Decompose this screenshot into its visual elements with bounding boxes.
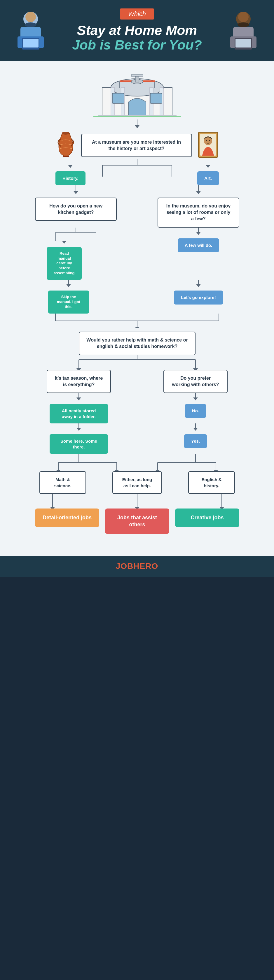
svg-point-34 bbox=[206, 140, 207, 141]
svg-rect-22 bbox=[150, 93, 162, 103]
svg-rect-27 bbox=[131, 75, 143, 76]
svg-marker-54 bbox=[114, 470, 119, 471]
question-1-box: At a museum are you more interested in t… bbox=[81, 134, 192, 158]
svg-rect-21 bbox=[112, 93, 124, 103]
q2-row: How do you open a new kitchen gadget? In… bbox=[35, 185, 239, 228]
q4-row: It's tax season, where is everything? Do… bbox=[41, 370, 234, 393]
final-branch-lines bbox=[41, 454, 234, 471]
svg-marker-61 bbox=[213, 470, 218, 471]
svg-marker-58 bbox=[56, 470, 61, 471]
flow-wrapper: At a museum are you more interested in t… bbox=[18, 61, 257, 544]
svg-marker-47 bbox=[193, 368, 198, 370]
svg-rect-28 bbox=[93, 116, 181, 116]
q4-answers1: All neatly stored away in a folder. No. bbox=[41, 393, 234, 423]
level3-answers: Skip the manual. I got this. Let's go ex… bbox=[35, 280, 239, 313]
answer-skip-manual: Skip the manual. I got this. bbox=[48, 291, 89, 313]
question-3-box: Would you rather help with math & scienc… bbox=[79, 332, 195, 355]
q1-row: At a museum are you more interested in t… bbox=[18, 132, 257, 159]
answer-yes: Yes. bbox=[184, 434, 207, 448]
character-right bbox=[221, 9, 265, 52]
question-2-left: How do you open a new kitchen gadget? bbox=[35, 197, 117, 221]
result-boxes-row: Detail-oriented jobs Jobs that assist ot… bbox=[35, 509, 239, 534]
answer-art: Art. bbox=[197, 171, 219, 185]
svg-marker-67 bbox=[220, 507, 224, 509]
svg-rect-11 bbox=[236, 39, 251, 48]
footer-logo: JOBHERO bbox=[6, 562, 268, 571]
answer-few: A few will do. bbox=[178, 239, 219, 252]
portrait-decoration bbox=[198, 132, 218, 159]
svg-point-35 bbox=[209, 140, 210, 141]
svg-marker-63 bbox=[50, 507, 55, 509]
question-2-right: In the museum, do you enjoy seeing a lot… bbox=[157, 197, 239, 228]
vase-decoration bbox=[56, 132, 75, 159]
question-4-left: It's tax season, where is everything? bbox=[47, 370, 111, 393]
header: Which Stay at Home Mom Job is Best for Y… bbox=[0, 0, 274, 61]
svg-rect-4 bbox=[23, 39, 38, 48]
which-badge: Which bbox=[120, 8, 154, 19]
svg-marker-41 bbox=[135, 327, 139, 328]
svg-point-5 bbox=[26, 12, 36, 22]
svg-point-13 bbox=[237, 22, 249, 27]
svg-marker-55 bbox=[155, 470, 160, 471]
answer-folder: All neatly stored away in a folder. bbox=[50, 404, 108, 423]
result-detail-jobs: Detail-oriented jobs bbox=[35, 509, 99, 534]
main-content: At a museum are you more interested in t… bbox=[0, 61, 274, 556]
building-svg bbox=[93, 70, 181, 116]
answer-explore: Let's go explore! bbox=[174, 291, 223, 304]
answer-math-science: Math & science. bbox=[39, 471, 86, 494]
answer-history: History. bbox=[55, 171, 85, 185]
question-4-right: Do you prefer working with others? bbox=[163, 370, 228, 393]
q3-branch bbox=[41, 355, 234, 370]
answer-english-history: English & history. bbox=[188, 471, 235, 494]
character-left bbox=[9, 9, 53, 52]
q4-answers2: Some here. Some there. Yes. bbox=[41, 423, 234, 454]
svg-point-12 bbox=[238, 12, 248, 22]
svg-point-29 bbox=[62, 132, 69, 135]
answer-some-here: Some here. Some there. bbox=[50, 434, 108, 454]
answer-read-manual: Read manual carefully before assembling. bbox=[47, 247, 82, 280]
arrow-1 bbox=[135, 125, 139, 128]
q1-branch: History. Art. bbox=[18, 159, 257, 185]
footer: JOBHERO bbox=[0, 556, 274, 577]
connector-1 bbox=[137, 119, 138, 125]
result-assist-others: Jobs that assist others bbox=[105, 509, 169, 534]
svg-rect-26 bbox=[135, 76, 139, 82]
answer-no: No. bbox=[185, 404, 206, 418]
final-answer-boxes: Math & science. Either, as long as I can… bbox=[35, 471, 239, 494]
svg-rect-30 bbox=[63, 156, 69, 158]
main-title: Stay at Home Mom Job is Best for You? bbox=[53, 23, 221, 52]
svg-marker-46 bbox=[77, 368, 81, 370]
answer-either: Either, as long as I can help. bbox=[112, 471, 162, 494]
result-creative-jobs: Creative jobs bbox=[175, 509, 239, 534]
svg-marker-65 bbox=[135, 507, 139, 509]
svg-point-6 bbox=[25, 22, 37, 27]
converge-lines bbox=[35, 313, 239, 328]
q2-answers-row1: Read manual carefully before assembling.… bbox=[35, 228, 239, 280]
building-illustration bbox=[18, 67, 257, 119]
result-lines bbox=[35, 494, 239, 509]
